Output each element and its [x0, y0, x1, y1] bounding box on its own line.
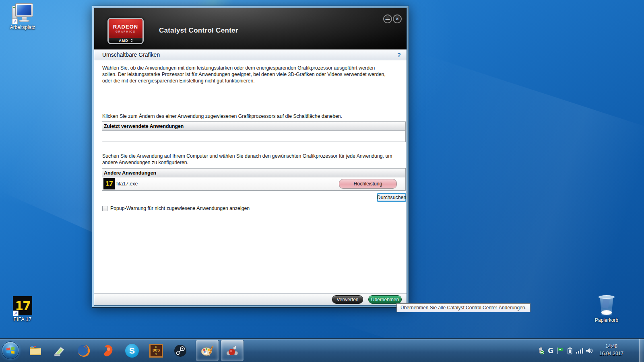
taskbar-scanner-icon[interactable]: [52, 343, 68, 359]
desktop-icon-arbeitsplatz[interactable]: ↗ Arbeitsplatz: [5, 3, 40, 30]
taskbar-origin-icon[interactable]: [100, 343, 116, 359]
logitech-icon[interactable]: G: [547, 347, 555, 355]
amd-arrow-mark: [130, 39, 132, 42]
title-bar[interactable]: RADEON GRAPHICS AMD Catalyst Control Cen…: [94, 8, 407, 49]
desktop-icon-label: Arbeitsplatz: [5, 25, 40, 30]
help-icon[interactable]: ?: [397, 51, 401, 58]
desktop: ↗ Arbeitsplatz 17 ↗ FIFA 17 Papierkorb R…: [0, 0, 644, 362]
tray-date: 16.04.2017: [594, 350, 629, 357]
taskbar-steam-icon[interactable]: [172, 343, 188, 359]
taskbar-catalyst-button[interactable]: [221, 340, 244, 361]
shortcut-arrow-icon: ↗: [13, 311, 19, 316]
network-signal-icon[interactable]: [576, 347, 584, 355]
page-title: Umschaltbare Grafiken: [102, 51, 160, 58]
apply-tooltip: Übernehmen Sie alle Catalyst Control Cen…: [396, 303, 530, 312]
shortcut-arrow-icon: ↗: [12, 19, 18, 24]
show-desktop-button[interactable]: [639, 339, 644, 362]
app-row-fifa17[interactable]: 17 fifa17.exe Hochleistung: [102, 177, 405, 190]
app-name: fifa17.exe: [116, 181, 138, 187]
gpu-mode-button[interactable]: Hochleistung: [339, 179, 397, 189]
assign-hint-text: Klicken Sie zum Ändern des einer Anwendu…: [102, 113, 400, 119]
taskbar-firefox-icon[interactable]: [76, 343, 92, 359]
taskbar-skype-icon[interactable]: S: [124, 343, 140, 359]
search-hint-text: Suchen Sie die Anwendung auf Ihrem Compu…: [102, 153, 396, 166]
recycle-bin-icon: [598, 295, 615, 316]
browse-button[interactable]: Durchsuchen: [377, 193, 406, 202]
desktop-icon-papierkorb[interactable]: Papierkorb: [588, 295, 625, 323]
other-apps-listbox: Andere Anwendungen 17 fifa17.exe Hochlei…: [102, 168, 406, 191]
page-content: Wählen Sie, ob die Anwendungen mit dem l…: [94, 60, 407, 293]
popup-warning-label: Popup-Warnung für nicht zugewiesene Anwe…: [110, 206, 250, 211]
computer-icon: ↗: [12, 3, 33, 23]
taskbar-dosbox-icon[interactable]: B DOS X: [148, 343, 164, 359]
taskbar-paint-button[interactable]: [196, 340, 219, 361]
tray-time: 14:48: [594, 343, 629, 350]
close-button[interactable]: ✕: [393, 14, 402, 23]
other-apps-header: Andere Anwendungen: [102, 169, 405, 177]
start-button[interactable]: [2, 341, 19, 359]
catalyst-molecule-icon: [225, 343, 239, 358]
desktop-icon-label: FIFA 17: [5, 317, 40, 322]
battery-icon[interactable]: [566, 347, 574, 355]
taskbar-explorer-icon[interactable]: [27, 343, 43, 359]
tray-clock[interactable]: 14:48 16.04.2017: [594, 343, 629, 357]
usb-device-icon[interactable]: [537, 347, 545, 355]
desktop-icon-fifa17[interactable]: 17 ↗ FIFA 17: [5, 296, 40, 322]
minimize-button[interactable]: —: [383, 14, 392, 23]
window-title: Catalyst Control Center: [159, 27, 238, 35]
taskbar: S B DOS X: [0, 338, 644, 362]
paint-icon: [200, 343, 215, 358]
intro-text: Wählen Sie, ob die Anwendungen mit dem l…: [102, 65, 389, 84]
discard-button[interactable]: Verwerfen: [332, 295, 363, 304]
catalyst-control-center-window: RADEON GRAPHICS AMD Catalyst Control Cen…: [92, 6, 409, 308]
page-header: Umschaltbare Grafiken ?: [94, 49, 407, 60]
flag-status-icon[interactable]: [556, 347, 564, 355]
desktop-icon-label: Papierkorb: [588, 317, 625, 323]
radeon-graphics-logo: RADEON GRAPHICS AMD: [107, 18, 144, 44]
popup-warning-checkbox[interactable]: [102, 206, 107, 211]
windows-flag-icon: [6, 346, 15, 355]
fifa17-icon: 17 ↗: [13, 296, 32, 315]
fifa17-app-icon: 17: [103, 178, 115, 189]
action-bar: Verwerfen Übernehmen: [94, 293, 407, 305]
volume-icon[interactable]: [585, 347, 593, 355]
recent-apps-header: Zuletzt verwendete Anwendungen: [102, 122, 405, 131]
recent-apps-listbox[interactable]: Zuletzt verwendete Anwendungen: [102, 121, 406, 142]
apply-button[interactable]: Übernehmen: [368, 295, 402, 304]
